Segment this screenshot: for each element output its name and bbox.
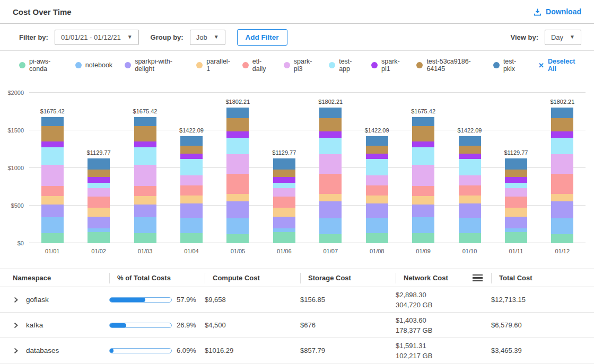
bar-segment-spark-pi1[interactable]: [366, 154, 388, 159]
bar-segment-test-pkix[interactable]: [226, 108, 249, 118]
bar-segment-parallel-1[interactable]: [180, 196, 203, 203]
bar-01-11[interactable]: [505, 158, 527, 243]
bar-segment-test-app[interactable]: [180, 159, 203, 175]
bar-segment-sparkpi-with-delight[interactable]: [366, 203, 388, 217]
bar-segment-parallel-1[interactable]: [505, 208, 527, 217]
bar-segment-pi-aws-conda[interactable]: [319, 234, 342, 243]
bar-segment-etl-daily[interactable]: [459, 185, 481, 196]
bar-01-03[interactable]: [134, 117, 156, 243]
bar-segment-test-app[interactable]: [459, 159, 481, 175]
bar-segment-notebook[interactable]: [551, 218, 573, 235]
bar-segment-spark-pi3[interactable]: [505, 188, 527, 197]
bar-segment-notebook[interactable]: [226, 218, 249, 235]
bar-segment-spark-pi3[interactable]: [41, 165, 64, 187]
view-by-select[interactable]: Day ▼: [545, 30, 581, 45]
bar-segment-test-pkix[interactable]: [134, 117, 156, 126]
bar-segment-etl-daily[interactable]: [41, 186, 64, 196]
bar-segment-etl-daily[interactable]: [551, 174, 573, 194]
bar-segment-etl-daily[interactable]: [505, 197, 527, 208]
bar-segment-test-app[interactable]: [134, 147, 156, 165]
bar-segment-sparkpi-with-delight[interactable]: [41, 205, 64, 217]
bar-segment-test-53ca9186-64145[interactable]: [273, 170, 295, 177]
bar-segment-test-pkix[interactable]: [459, 136, 481, 146]
bar-segment-test-pkix[interactable]: [273, 158, 295, 170]
bar-segment-spark-pi1[interactable]: [459, 154, 481, 159]
bar-segment-pi-aws-conda[interactable]: [273, 232, 295, 243]
bar-segment-parallel-1[interactable]: [551, 194, 573, 201]
bar-segment-parallel-1[interactable]: [319, 194, 342, 201]
bar-01-08[interactable]: [366, 136, 388, 243]
bar-segment-spark-pi3[interactable]: [366, 175, 388, 185]
bar-segment-test-53ca9186-64145[interactable]: [319, 118, 342, 131]
bar-segment-sparkpi-with-delight[interactable]: [180, 203, 203, 217]
bar-segment-notebook[interactable]: [134, 217, 156, 234]
bar-01-06[interactable]: [273, 158, 295, 243]
legend-item-test-53ca9186-64145[interactable]: test-53ca9186-64145: [416, 58, 481, 73]
bar-segment-pi-aws-conda[interactable]: [88, 232, 110, 243]
download-button[interactable]: Download: [534, 7, 581, 16]
bar-segment-test-app[interactable]: [319, 138, 342, 154]
bar-segment-test-pkix[interactable]: [551, 108, 573, 118]
legend-item-test-pkix[interactable]: test-pkix: [493, 58, 524, 73]
bar-segment-test-app[interactable]: [226, 138, 249, 154]
bar-segment-test-app[interactable]: [551, 138, 573, 154]
bar-segment-test-app[interactable]: [366, 159, 388, 175]
bar-segment-notebook[interactable]: [412, 217, 434, 234]
bar-segment-test-53ca9186-64145[interactable]: [88, 170, 110, 177]
expand-chevron-icon[interactable]: [13, 348, 19, 354]
bar-segment-pi-aws-conda[interactable]: [412, 233, 434, 243]
legend-item-spark-pi3[interactable]: spark-pi3: [284, 58, 317, 73]
bar-segment-test-app[interactable]: [273, 183, 295, 188]
bar-segment-spark-pi1[interactable]: [505, 177, 527, 183]
bar-01-05[interactable]: [226, 108, 249, 243]
bar-segment-notebook[interactable]: [180, 218, 203, 233]
bar-segment-notebook[interactable]: [505, 228, 527, 232]
bar-01-12[interactable]: [551, 108, 573, 243]
bar-segment-notebook[interactable]: [366, 218, 388, 233]
bar-segment-spark-pi1[interactable]: [180, 154, 203, 159]
deselect-all-button[interactable]: ✕ Deselect All: [538, 58, 581, 73]
bar-segment-test-53ca9186-64145[interactable]: [505, 170, 527, 177]
bar-segment-spark-pi3[interactable]: [180, 175, 203, 185]
expand-chevron-icon[interactable]: [13, 297, 19, 303]
bar-segment-pi-aws-conda[interactable]: [226, 234, 249, 243]
legend-item-etl-daily[interactable]: etl-daily: [242, 58, 272, 73]
bar-segment-pi-aws-conda[interactable]: [134, 233, 156, 243]
bar-segment-sparkpi-with-delight[interactable]: [134, 205, 156, 217]
bar-segment-sparkpi-with-delight[interactable]: [226, 201, 249, 218]
bar-segment-parallel-1[interactable]: [459, 196, 481, 203]
bar-segment-spark-pi1[interactable]: [412, 141, 434, 147]
bar-segment-test-pkix[interactable]: [41, 117, 64, 126]
bar-segment-test-pkix[interactable]: [319, 108, 342, 118]
bar-segment-test-53ca9186-64145[interactable]: [551, 118, 573, 131]
bar-segment-etl-daily[interactable]: [319, 174, 342, 194]
bar-segment-sparkpi-with-delight[interactable]: [88, 217, 110, 229]
bar-segment-parallel-1[interactable]: [134, 196, 156, 205]
bar-segment-pi-aws-conda[interactable]: [505, 232, 527, 243]
bar-segment-sparkpi-with-delight[interactable]: [273, 217, 295, 229]
bar-segment-spark-pi1[interactable]: [134, 141, 156, 147]
bar-01-09[interactable]: [412, 117, 434, 243]
bar-segment-spark-pi1[interactable]: [88, 177, 110, 183]
add-filter-button[interactable]: Add Filter: [237, 29, 287, 46]
bar-segment-spark-pi1[interactable]: [319, 131, 342, 138]
bar-segment-notebook[interactable]: [319, 218, 342, 235]
bar-segment-spark-pi3[interactable]: [412, 165, 434, 187]
bar-segment-test-53ca9186-64145[interactable]: [134, 126, 156, 141]
bar-01-04[interactable]: [180, 136, 203, 243]
bar-segment-spark-pi3[interactable]: [319, 154, 342, 174]
bar-segment-test-53ca9186-64145[interactable]: [412, 126, 434, 141]
bar-segment-notebook[interactable]: [41, 217, 64, 234]
legend-item-test-app[interactable]: test-app: [329, 58, 359, 73]
bar-segment-etl-daily[interactable]: [134, 186, 156, 196]
bar-segment-pi-aws-conda[interactable]: [366, 233, 388, 243]
bar-segment-test-53ca9186-64145[interactable]: [226, 118, 249, 131]
bar-01-02[interactable]: [88, 158, 110, 243]
bar-segment-spark-pi1[interactable]: [226, 131, 249, 138]
bar-segment-pi-aws-conda[interactable]: [41, 233, 64, 243]
date-range-select[interactable]: 01/01/21 - 01/12/21 ▼: [55, 30, 139, 45]
bar-segment-etl-daily[interactable]: [366, 185, 388, 196]
bar-segment-test-app[interactable]: [41, 147, 64, 165]
bar-segment-test-pkix[interactable]: [505, 158, 527, 170]
bar-segment-etl-daily[interactable]: [412, 186, 434, 196]
